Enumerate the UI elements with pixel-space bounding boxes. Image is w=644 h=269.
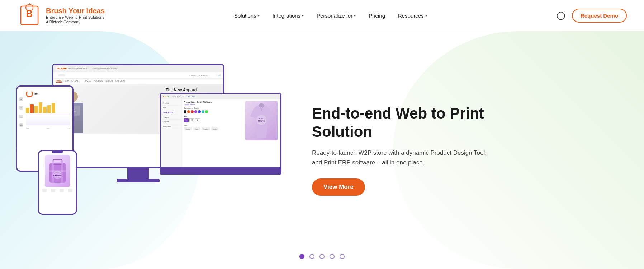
carousel-dot-3[interactable] — [319, 254, 325, 259]
nav-solutions[interactable]: Solutions ▾ — [234, 13, 260, 19]
suitcase-icon: FRIEND — [48, 158, 67, 185]
nav-pricing[interactable]: Pricing — [369, 13, 385, 19]
monitor-base — [117, 179, 160, 182]
logo-subtitle1: Enterprise Web-to-Print Solutions — [46, 15, 105, 20]
sidebar-product: Product — [162, 101, 180, 106]
tablet-icon-window: ◫ — [19, 115, 23, 118]
laptop-mockup: ● ● ● ADD TO CART INSTANT Product Tool B — [160, 93, 281, 186]
header: B Brush Your Ideas Enterprise Web-to-Pri… — [0, 0, 644, 31]
bar-chart — [26, 99, 70, 113]
laptop-screen: ● ● ● ADD TO CART INSTANT Product Tool B — [160, 93, 281, 168]
nav-personalize-for[interactable]: Personalize for ▾ — [317, 13, 356, 19]
logo-brand: Brush Your Ideas — [46, 6, 105, 15]
hero-text-area: End-to-end Web to Print Solution Ready-t… — [298, 105, 644, 195]
phone-mockup: FRIEND — [38, 150, 77, 226]
laptop-base — [160, 168, 281, 175]
carousel-dot-1[interactable] — [299, 254, 304, 259]
svg-text:FRIEND: FRIEND — [52, 174, 62, 177]
personalize-chevron-icon: ▾ — [354, 14, 356, 18]
line-chart — [26, 115, 70, 125]
logo-text: Brush Your Ideas Enterprise Web-to-Print… — [46, 6, 105, 24]
hero-illustration: ●●● www.biosamplehub.com hello@biosample… — [0, 46, 298, 254]
sidebar-templates: Templates — [162, 124, 180, 129]
logo[interactable]: B Brush Your Ideas Enterprise Web-to-Pri… — [17, 3, 105, 28]
hero-section: ●●● www.biosamplehub.com hello@biosample… — [0, 31, 644, 269]
carousel-dot-4[interactable] — [330, 254, 335, 259]
request-demo-button[interactable]: Request Demo — [572, 9, 627, 23]
laptop-content: Product Tool Background Images Clip Art … — [161, 99, 280, 168]
monitor-nav: FLARE Search for Product... ♡ 🛒 — [53, 72, 223, 79]
svg-line-7 — [25, 5, 26, 5]
phone-nav-icon-3 — [60, 189, 64, 192]
tablet-icon-phone: ☎ — [19, 123, 23, 127]
phone-nav-icon-1 — [42, 189, 47, 192]
integrations-chevron-icon: ▾ — [302, 14, 304, 18]
hero-title: End-to-end Web to Print Solution — [312, 105, 513, 141]
nav-actions: ◯ Request Demo — [557, 9, 627, 23]
user-account-icon[interactable]: ◯ — [557, 11, 565, 20]
devices-mockup: ●●● www.biosamplehub.com hello@biosample… — [9, 57, 289, 244]
phone-bottom-nav — [40, 187, 75, 194]
sidebar-tool: Tool — [162, 106, 180, 110]
resources-chevron-icon: ▾ — [425, 14, 427, 18]
svg-line-6 — [33, 5, 34, 5]
logo-subtitle2: A Biztech Company — [46, 20, 105, 24]
nav-resources[interactable]: Resources ▾ — [398, 13, 427, 19]
svg-text:FRIEND: FRIEND — [258, 120, 265, 122]
monitor-topbar: ●●● www.biosamplehub.com hello@biosample… — [53, 65, 223, 72]
logo-icon: B — [17, 3, 42, 28]
carousel-dots — [299, 254, 345, 259]
tablet-icon-grid: ⊞ — [19, 97, 23, 101]
phone-screen: FRIEND — [38, 150, 77, 215]
solutions-chevron-icon: ▾ — [258, 14, 260, 18]
laptop-sidebar: Product Tool Background Images Clip Art … — [161, 99, 182, 168]
flare-logo: FLARE — [56, 66, 68, 70]
laptop-topbar: ● ● ● ADD TO CART INSTANT — [161, 94, 280, 99]
main-nav: Solutions ▾ Integrations ▾ Personalize f… — [234, 13, 427, 19]
phone-nav-icon-2 — [51, 189, 55, 192]
hoodie-icon: YOUR FRIEND — [246, 102, 277, 140]
phone-nav-icon-4 — [68, 189, 72, 192]
laptop-main-area: Printed Water Bottle Multicolor Change P… — [182, 99, 280, 168]
nav-integrations[interactable]: Integrations ▾ — [273, 13, 304, 19]
tablet-icon-bar: ≡ — [19, 106, 23, 110]
view-more-button[interactable]: View More — [312, 178, 365, 196]
hero-subtitle: Ready-to-launch W2P store with a dynamic… — [312, 148, 498, 167]
sidebar-images: Images — [162, 115, 180, 120]
svg-rect-11 — [61, 163, 63, 183]
svg-point-15 — [259, 103, 264, 107]
phone-product-image: FRIEND — [45, 155, 70, 187]
tablet-side-icons: ⊞ ≡ ◫ ☎ — [19, 97, 23, 127]
hero-content: ●●● www.biosamplehub.com hello@biosample… — [0, 31, 644, 269]
monitor-stand — [127, 168, 149, 179]
phone-content: FRIEND — [39, 153, 76, 195]
carousel-dot-5[interactable] — [340, 254, 345, 259]
carousel-dot-2[interactable] — [309, 254, 314, 259]
svg-text:YOUR: YOUR — [259, 117, 264, 120]
laptop-product-preview: YOUR FRIEND — [245, 101, 278, 140]
sidebar-clipart: Clip Art — [162, 120, 180, 124]
sidebar-background: Background — [162, 110, 180, 115]
